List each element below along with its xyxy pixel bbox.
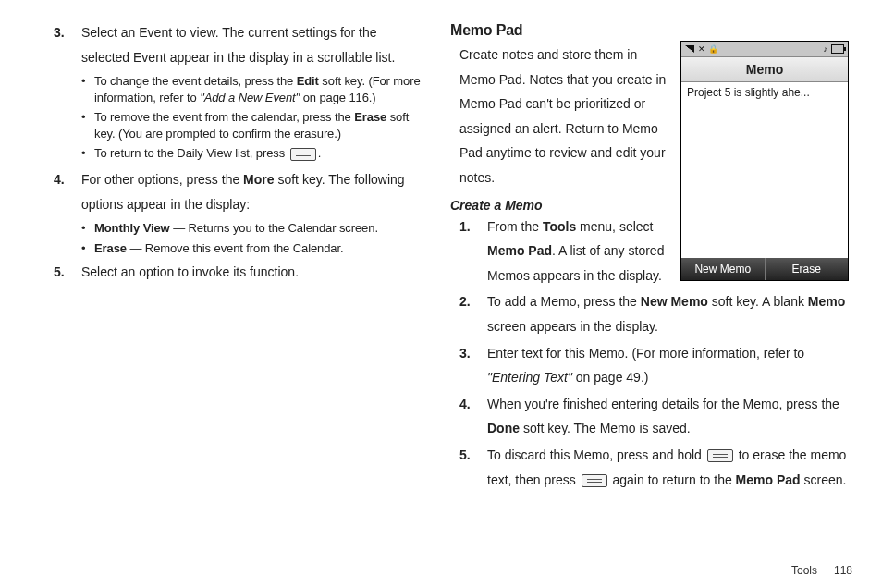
bullet-icon: • — [81, 240, 94, 257]
line: Select an Event to view. The current set… — [81, 25, 377, 40]
memo-step-3: 3. Enter text for this Memo. (For more i… — [459, 341, 856, 390]
t: To change the event details, press the — [94, 74, 297, 88]
bold: Erase — [354, 110, 386, 124]
reference: "Entering Text" — [487, 370, 572, 385]
bold: Tools — [543, 219, 576, 234]
t: soft key. The Memo is saved. — [520, 421, 691, 435]
step-number: 3. — [54, 20, 81, 69]
clr-key-icon — [290, 148, 316, 161]
bullet-text: Erase — Remove this event from the Calen… — [94, 240, 421, 257]
step-4: 4. For other options, press the More sof… — [54, 167, 421, 216]
t: — Remove this event from the Calendar. — [127, 241, 344, 255]
t: To return to the Daily View list, press — [94, 146, 288, 160]
step-text: For other options, press the More soft k… — [81, 167, 421, 216]
step-text: Select an Event to view. The current set… — [81, 20, 421, 69]
bullet-text: To remove the event from the calendar, p… — [94, 109, 421, 141]
t: screen. — [801, 472, 847, 487]
bullet-erase: • To remove the event from the calendar,… — [81, 109, 421, 141]
step-text: To discard this Memo, press and hold to … — [487, 443, 856, 492]
bullet-return: • To return to the Daily View list, pres… — [81, 145, 421, 162]
step-number: 4. — [459, 392, 487, 441]
reference: "Add a New Event" — [200, 91, 300, 104]
memo-step-5: 5. To discard this Memo, press and hold … — [459, 443, 856, 492]
bold: Memo Pad — [736, 472, 801, 487]
t: menu, select — [576, 219, 653, 234]
bold: Done — [487, 421, 520, 435]
phone-content: Project 5 is slightly ahe... — [681, 82, 848, 258]
bold: Memo — [808, 294, 845, 309]
step-3: 3. Select an Event to view. The current … — [54, 20, 421, 69]
battery-icon — [831, 44, 844, 54]
step-text: To add a Memo, press the New Memo soft k… — [487, 289, 856, 338]
t: For other options, press the — [81, 172, 243, 187]
t: Enter text for this Memo. (For more info… — [487, 346, 804, 361]
subheading-create-memo: Create a Memo — [450, 198, 671, 213]
t: on page 116.) — [300, 91, 375, 104]
step-text: Select an option to invoke its function. — [81, 260, 421, 285]
bullet-text: To change the event details, press the E… — [94, 73, 421, 105]
memo-list-item: Project 5 is slightly ahe... — [687, 86, 842, 99]
t: When you're finished entering details fo… — [487, 397, 839, 411]
step-number: 4. — [54, 167, 81, 216]
phone-status-bar: ✕ 🔒 ♪ — [681, 42, 848, 56]
bold: Memo Pad — [487, 243, 552, 258]
t: — Returns you to the Calendar screen. — [170, 221, 378, 235]
bold: Monthly View — [94, 221, 170, 235]
heading-memo-pad: Memo Pad — [450, 22, 856, 39]
phone-screenshot: ✕ 🔒 ♪ Memo Project 5 is slightly ahe... … — [680, 41, 849, 281]
status-glyphs: ✕ 🔒 — [698, 44, 718, 54]
bold: Erase — [94, 241, 127, 255]
softkey-right: Erase — [766, 258, 849, 280]
step-text: When you're finished entering details fo… — [487, 392, 856, 441]
softkey-left: New Memo — [681, 258, 766, 280]
t: To remove the event from the calendar, p… — [94, 110, 354, 124]
bold: More — [243, 172, 274, 187]
bullet-edit: • To change the event details, press the… — [81, 73, 421, 105]
bullet-erase-option: • Erase — Remove this event from the Cal… — [81, 240, 421, 257]
bullet-icon: • — [81, 109, 94, 141]
signal-icon — [685, 45, 694, 53]
bold: New Memo — [641, 294, 708, 309]
phone-title: Memo — [681, 56, 848, 82]
step-5: 5. Select an option to invoke its functi… — [54, 260, 421, 285]
memo-step-1: 1. From the Tools menu, select Memo Pad.… — [459, 214, 671, 288]
clr-key-icon — [707, 449, 733, 462]
step-number: 5. — [54, 260, 81, 285]
clr-key-icon — [582, 474, 607, 487]
t: To discard this Memo, press and hold — [487, 447, 705, 462]
memo-pad-intro: Create notes and store them in Memo Pad.… — [459, 43, 671, 190]
t: on page 49.) — [572, 370, 649, 385]
phone-softkeys: New Memo Erase — [681, 258, 848, 280]
t: soft key. A blank — [708, 294, 808, 309]
bullet-text: Monthly View — Returns you to the Calend… — [94, 220, 421, 237]
step-number: 2. — [459, 289, 487, 338]
step-number: 5. — [459, 443, 487, 492]
step-text: From the Tools menu, select Memo Pad. A … — [487, 214, 671, 288]
t: . — [318, 146, 322, 160]
t: To add a Memo, press the — [487, 294, 641, 309]
step-number: 3. — [459, 341, 487, 390]
bullet-icon: • — [81, 73, 94, 105]
footer-page-number: 118 — [834, 564, 852, 577]
step-number: 1. — [459, 214, 487, 288]
page-footer: Tools 118 — [791, 564, 852, 577]
bullet-icon: • — [81, 220, 94, 237]
memo-step-4: 4. When you're finished entering details… — [459, 392, 856, 441]
line: selected Event appear in the display in … — [81, 50, 395, 65]
footer-section: Tools — [791, 564, 817, 577]
t: From the — [487, 219, 543, 234]
step-text: Enter text for this Memo. (For more info… — [487, 341, 856, 390]
bold: Edit — [297, 74, 319, 88]
sound-icon: ♪ — [824, 44, 828, 54]
t: again to return to the — [609, 472, 736, 487]
bullet-icon: • — [81, 145, 94, 162]
memo-step-2: 2. To add a Memo, press the New Memo sof… — [459, 289, 856, 338]
bullet-text: To return to the Daily View list, press … — [94, 145, 421, 162]
bullet-monthly-view: • Monthly View — Returns you to the Cale… — [81, 220, 421, 237]
t: screen appears in the display. — [487, 319, 658, 334]
